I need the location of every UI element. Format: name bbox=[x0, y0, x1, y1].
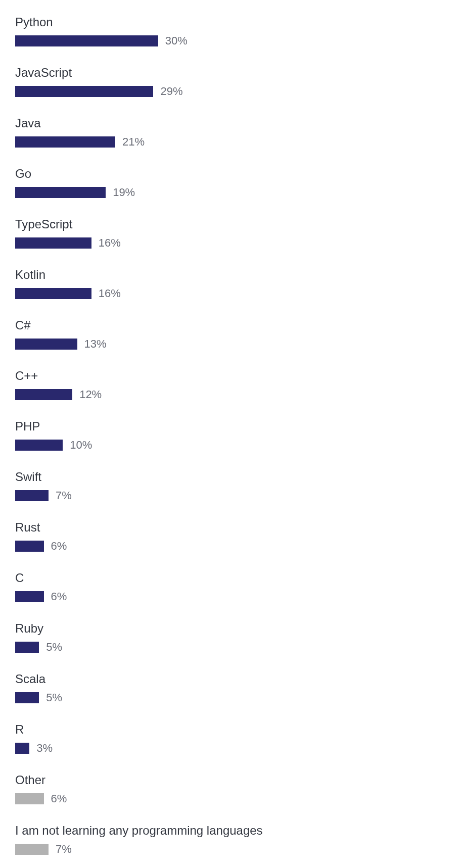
bar-label: Other bbox=[15, 773, 449, 787]
bar-row: 10% bbox=[15, 439, 449, 452]
bar-value: 6% bbox=[51, 540, 67, 553]
bar bbox=[15, 86, 153, 97]
bar-row: 19% bbox=[15, 186, 449, 199]
bar-label: Swift bbox=[15, 470, 449, 484]
bar-item: Java21% bbox=[15, 116, 449, 149]
bar bbox=[15, 35, 158, 46]
bar-value: 19% bbox=[113, 186, 135, 199]
bar-value: 3% bbox=[36, 742, 53, 755]
bar-label: Ruby bbox=[15, 621, 449, 636]
bar-label: TypeScript bbox=[15, 217, 449, 231]
bar-row: 30% bbox=[15, 34, 449, 47]
bar-item: C++12% bbox=[15, 369, 449, 401]
bar-value: 5% bbox=[46, 691, 62, 704]
bar bbox=[15, 288, 91, 299]
bar-value: 30% bbox=[165, 34, 188, 47]
bar-row: 7% bbox=[15, 489, 449, 502]
bar bbox=[15, 136, 115, 148]
bar bbox=[15, 844, 49, 855]
bar-row: 5% bbox=[15, 691, 449, 704]
bar-row: 12% bbox=[15, 388, 449, 401]
bar-row: 13% bbox=[15, 337, 449, 351]
bar-label: PHP bbox=[15, 419, 449, 433]
bar-label: C bbox=[15, 571, 449, 585]
bar-item: R3% bbox=[15, 722, 449, 755]
bar-label: Rust bbox=[15, 520, 449, 535]
bar-item: Other6% bbox=[15, 773, 449, 805]
bar-item: JavaScript29% bbox=[15, 66, 449, 98]
bar-item: Kotlin16% bbox=[15, 268, 449, 300]
bar-row: 6% bbox=[15, 540, 449, 553]
bar-label: Kotlin bbox=[15, 268, 449, 282]
bar bbox=[15, 237, 91, 249]
bar bbox=[15, 490, 49, 501]
bar-row: 6% bbox=[15, 792, 449, 805]
bar-row: 5% bbox=[15, 641, 449, 654]
bar bbox=[15, 541, 44, 552]
bar-label: Go bbox=[15, 167, 449, 181]
bar-value: 21% bbox=[122, 135, 145, 149]
bar-item: Rust6% bbox=[15, 520, 449, 553]
bar-value: 12% bbox=[79, 388, 102, 401]
bar-label: Java bbox=[15, 116, 449, 130]
bar-row: 6% bbox=[15, 590, 449, 603]
bar-item: C#13% bbox=[15, 318, 449, 351]
horizontal-bar-chart: Python30%JavaScript29%Java21%Go19%TypeSc… bbox=[15, 15, 449, 856]
bar-value: 16% bbox=[99, 236, 121, 250]
bar bbox=[15, 743, 29, 754]
bar bbox=[15, 187, 106, 198]
bar-label: JavaScript bbox=[15, 66, 449, 80]
bar-label: R bbox=[15, 722, 449, 737]
bar bbox=[15, 642, 39, 653]
bar-item: Swift7% bbox=[15, 470, 449, 502]
bar bbox=[15, 440, 63, 451]
bar-value: 13% bbox=[84, 337, 107, 351]
bar-item: PHP10% bbox=[15, 419, 449, 452]
bar-label: C# bbox=[15, 318, 449, 332]
bar-item: C6% bbox=[15, 571, 449, 603]
bar bbox=[15, 389, 72, 400]
bar-row: 16% bbox=[15, 287, 449, 300]
bar-item: TypeScript16% bbox=[15, 217, 449, 250]
bar-item: Go19% bbox=[15, 167, 449, 199]
bar-row: 21% bbox=[15, 135, 449, 149]
bar-item: Ruby5% bbox=[15, 621, 449, 654]
bar bbox=[15, 692, 39, 703]
bar-row: 29% bbox=[15, 85, 449, 98]
bar-value: 6% bbox=[51, 590, 67, 603]
bar-value: 7% bbox=[56, 489, 72, 502]
bar bbox=[15, 591, 44, 602]
bar-label: Scala bbox=[15, 672, 449, 686]
bar bbox=[15, 339, 77, 350]
bar-value: 16% bbox=[99, 287, 121, 300]
bar-value: 7% bbox=[56, 843, 72, 856]
bar-row: 3% bbox=[15, 742, 449, 755]
bar-item: I am not learning any programming langua… bbox=[15, 824, 449, 856]
bar-row: 16% bbox=[15, 236, 449, 250]
bar-item: Python30% bbox=[15, 15, 449, 47]
bar-value: 5% bbox=[46, 641, 62, 654]
bar-value: 10% bbox=[70, 439, 92, 452]
bar-label: I am not learning any programming langua… bbox=[15, 824, 449, 838]
bar-label: Python bbox=[15, 15, 449, 29]
bar-row: 7% bbox=[15, 843, 449, 856]
bar bbox=[15, 793, 44, 804]
bar-item: Scala5% bbox=[15, 672, 449, 704]
bar-value: 6% bbox=[51, 792, 67, 805]
bar-label: C++ bbox=[15, 369, 449, 383]
bar-value: 29% bbox=[160, 85, 182, 98]
